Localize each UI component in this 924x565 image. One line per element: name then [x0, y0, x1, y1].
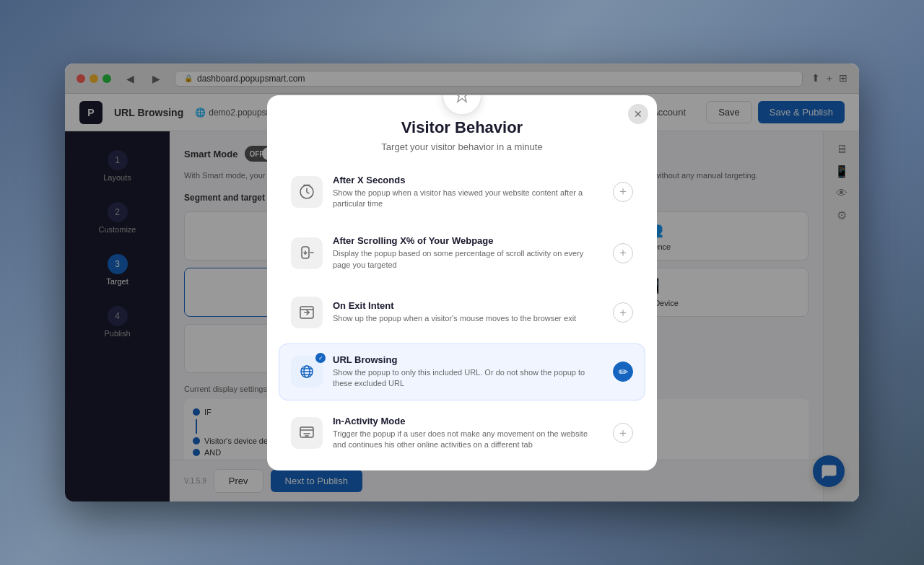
after-scrolling-name: After Scrolling X% of Your Webpage	[333, 235, 603, 246]
url-browsing-check: ✓	[315, 353, 326, 363]
after-scrolling-info: After Scrolling X% of Your Webpage Displ…	[333, 235, 603, 271]
modal-subtitle: Target your visitor behavior in a minute	[290, 141, 634, 152]
desktop-background: ◀ ▶ 🔒 dashboard.popupsmart.com ⬆ ＋ ⊞ P U…	[0, 0, 924, 565]
url-browsing-info: URL Browsing Show the popup to only this…	[333, 354, 603, 390]
modal-overlay: Visitor Behavior Target your visitor beh…	[65, 63, 859, 502]
after-scrolling-desc: Display the popup based on some percenta…	[333, 248, 603, 271]
modal-body: After X Seconds Show the popup when a vi…	[267, 164, 657, 470]
modal-header: Visitor Behavior Target your visitor beh…	[267, 95, 657, 164]
url-browsing-name: URL Browsing	[333, 354, 603, 365]
in-activity-mode-name: In-Activity Mode	[333, 416, 603, 426]
in-activity-mode-icon-wrap	[291, 417, 323, 449]
url-browsing-desc: Show the popup to only this included URL…	[333, 367, 603, 390]
modal-title: Visitor Behavior	[290, 118, 634, 137]
after-x-seconds-name: After X Seconds	[333, 175, 603, 185]
modal-close-button[interactable]: ✕	[628, 104, 648, 124]
url-browsing-icon-wrap: ✓	[291, 356, 323, 387]
after-x-seconds-info: After X Seconds Show the popup when a vi…	[333, 175, 603, 210]
on-exit-intent-info: On Exit Intent Show up the popup when a …	[333, 300, 603, 324]
after-scrolling-add-button[interactable]: ＋	[613, 243, 633, 263]
in-activity-mode-add-button[interactable]: ＋	[613, 423, 633, 443]
on-exit-intent-icon-wrap	[291, 297, 323, 328]
behavior-html-targeting[interactable]: HTML Targeting Trigger popup based on th…	[279, 466, 645, 470]
in-activity-mode-info: In-Activity Mode Trigger the popup if a …	[333, 416, 603, 451]
behavior-url-browsing[interactable]: ✓ URL Browsing Show the popup to only th…	[279, 343, 645, 400]
url-browsing-edit-button[interactable]: ✏	[613, 362, 633, 382]
after-scrolling-icon-wrap	[291, 237, 323, 269]
on-exit-intent-add-button[interactable]: ＋	[613, 302, 633, 323]
on-exit-intent-name: On Exit Intent	[333, 300, 603, 311]
behavior-after-scrolling[interactable]: After Scrolling X% of Your Webpage Displ…	[279, 224, 645, 281]
on-exit-intent-desc: Show up the popup when a visitor's mouse…	[333, 313, 603, 324]
after-x-seconds-add-button[interactable]: ＋	[613, 182, 633, 202]
behavior-on-exit-intent[interactable]: On Exit Intent Show up the popup when a …	[279, 286, 645, 339]
after-x-seconds-desc: Show the popup when a visitor has viewed…	[333, 188, 603, 210]
behavior-after-x-seconds[interactable]: After X Seconds Show the popup when a vi…	[279, 164, 645, 221]
after-x-seconds-icon-wrap	[291, 176, 323, 208]
browser-window: ◀ ▶ 🔒 dashboard.popupsmart.com ⬆ ＋ ⊞ P U…	[65, 63, 859, 502]
visitor-behavior-modal: Visitor Behavior Target your visitor beh…	[267, 95, 657, 470]
in-activity-mode-desc: Trigger the popup if a user does not mak…	[333, 429, 603, 451]
behavior-in-activity-mode[interactable]: In-Activity Mode Trigger the popup if a …	[279, 405, 645, 462]
